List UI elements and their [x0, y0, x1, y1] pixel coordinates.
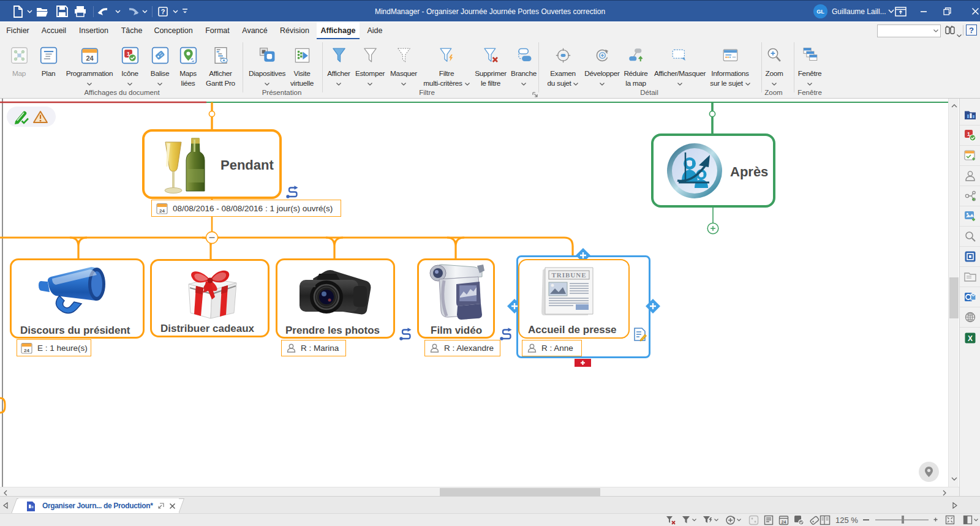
svg-text:24: 24 — [782, 520, 786, 524]
svg-text:TRIBUNE: TRIBUNE — [551, 271, 586, 279]
svg-text:X: X — [967, 334, 972, 342]
svg-text:24: 24 — [86, 54, 94, 62]
svg-text:24: 24 — [159, 208, 165, 213]
svg-text:24: 24 — [24, 347, 29, 353]
